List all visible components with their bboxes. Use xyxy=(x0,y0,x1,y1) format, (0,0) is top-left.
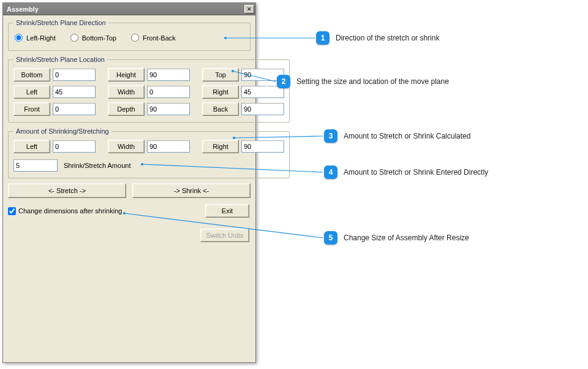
callout-1: 1 Direction of the stretch or shrink xyxy=(316,31,439,45)
callout-2: 2 Setting the size and location of the m… xyxy=(277,75,449,88)
radio-left-right[interactable]: Left-Right xyxy=(15,34,56,42)
radio-front-back-label: Front-Back xyxy=(143,34,176,42)
callout-4: 4 Amount to Stretch or Shrink Entered Di… xyxy=(324,165,488,179)
amount-right-input[interactable] xyxy=(241,140,284,153)
right-button[interactable]: Right xyxy=(202,85,239,99)
amount-right-button[interactable]: Right xyxy=(202,140,239,153)
shrink-amount-input[interactable] xyxy=(13,159,58,172)
back-button[interactable]: Back xyxy=(202,102,239,116)
callout-2-text: Setting the size and location of the mov… xyxy=(296,77,449,86)
radio-bottom-top-label: Bottom-Top xyxy=(82,34,116,42)
shrink-button[interactable]: -> Shrink <- xyxy=(132,183,251,198)
callout-5-text: Change Size of Assembly After Resize xyxy=(344,234,469,242)
location-legend: Shrink/Stretch Plane Location xyxy=(13,56,107,63)
amount-legend: Amount of Shrinking/Stretching xyxy=(13,127,111,135)
change-dims-label: Change dimensions after shrinking xyxy=(18,207,122,215)
depth-input[interactable] xyxy=(147,103,190,115)
amount-width-input[interactable] xyxy=(147,140,190,153)
callout-5-badge: 5 xyxy=(324,231,337,245)
radio-bottom-top-input[interactable] xyxy=(70,34,78,42)
dialog-content: Shrink/Stretch Plane Direction Left-Righ… xyxy=(3,15,255,246)
direction-legend: Shrink/Stretch Plane Direction xyxy=(13,19,108,26)
amount-group: Amount of Shrinking/Stretching Left Widt… xyxy=(8,127,290,178)
callout-3-badge: 3 xyxy=(324,129,337,143)
radio-bottom-top[interactable]: Bottom-Top xyxy=(70,34,116,42)
height-button[interactable]: Height xyxy=(108,68,145,82)
callout-4-badge: 4 xyxy=(324,165,337,179)
amount-left-button[interactable]: Left xyxy=(13,140,50,153)
callout-3: 3 Amount to Stretch or Shrink Calculated xyxy=(324,129,470,143)
back-input[interactable] xyxy=(241,103,284,115)
callout-5: 5 Change Size of Assembly After Resize xyxy=(324,231,469,245)
switch-units-button[interactable]: Switch Units xyxy=(200,229,249,242)
radio-front-back-input[interactable] xyxy=(131,34,139,42)
titlebar: Assembly ✕ xyxy=(3,3,255,15)
radio-front-back[interactable]: Front-Back xyxy=(131,34,176,42)
depth-button[interactable]: Depth xyxy=(108,102,145,116)
change-dims-checkbox[interactable]: Change dimensions after shrinking xyxy=(8,207,122,215)
radio-left-right-input[interactable] xyxy=(15,34,23,42)
callout-4-text: Amount to Stretch or Shrink Entered Dire… xyxy=(344,168,488,177)
callout-1-text: Direction of the stretch or shrink xyxy=(336,34,439,42)
close-icon[interactable]: ✕ xyxy=(244,5,254,13)
bottom-button[interactable]: Bottom xyxy=(13,68,50,82)
window-title: Assembly xyxy=(7,6,39,13)
width-input[interactable] xyxy=(147,86,190,98)
left-input[interactable] xyxy=(53,86,96,98)
callout-1-badge: 1 xyxy=(316,31,330,45)
change-dims-input[interactable] xyxy=(8,207,16,215)
left-button[interactable]: Left xyxy=(13,85,50,99)
callout-3-text: Amount to Stretch or Shrink Calculated xyxy=(344,132,470,140)
width-button[interactable]: Width xyxy=(108,85,145,99)
front-input[interactable] xyxy=(53,103,96,115)
stretch-button[interactable]: <- Stretch -> xyxy=(8,183,126,198)
bottom-input[interactable] xyxy=(53,69,96,81)
front-button[interactable]: Front xyxy=(13,102,50,116)
shrink-amount-label: Shrink/Stretch Amount xyxy=(64,162,130,169)
amount-width-button[interactable]: Width xyxy=(108,140,145,153)
callout-2-badge: 2 xyxy=(277,75,290,88)
exit-button[interactable]: Exit xyxy=(205,204,249,218)
direction-group: Shrink/Stretch Plane Direction Left-Righ… xyxy=(8,19,251,51)
location-group: Shrink/Stretch Plane Location Bottom Hei… xyxy=(8,56,290,123)
assembly-dialog: Assembly ✕ Shrink/Stretch Plane Directio… xyxy=(2,2,256,363)
amount-left-input[interactable] xyxy=(53,140,96,153)
top-button[interactable]: Top xyxy=(202,68,239,82)
height-input[interactable] xyxy=(147,69,190,81)
radio-left-right-label: Left-Right xyxy=(26,34,56,42)
